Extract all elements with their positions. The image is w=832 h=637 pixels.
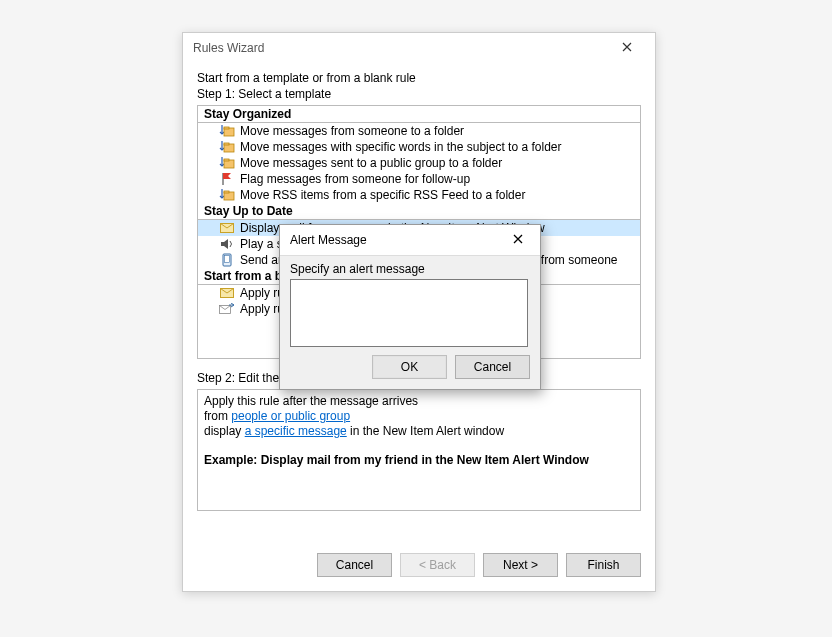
window-close-button[interactable] bbox=[607, 34, 647, 62]
ok-button[interactable]: OK bbox=[372, 355, 447, 379]
mail-icon bbox=[218, 286, 236, 300]
next-button[interactable]: Next > bbox=[483, 553, 558, 577]
back-button[interactable]: < Back bbox=[400, 553, 475, 577]
modal-close-button[interactable] bbox=[500, 227, 536, 253]
alert-message-input[interactable] bbox=[290, 279, 528, 347]
svg-rect-5 bbox=[224, 159, 229, 161]
template-item[interactable]: Move messages from someone to a folder bbox=[198, 123, 640, 139]
template-item-label: Move messages from someone to a folder bbox=[236, 124, 464, 138]
modal-button-row: OK Cancel bbox=[372, 355, 530, 379]
modal-title: Alert Message bbox=[290, 233, 500, 247]
category-stay-organized: Stay Organized bbox=[198, 106, 640, 123]
template-item[interactable]: Move messages sent to a public group to … bbox=[198, 155, 640, 171]
alert-message-dialog: Alert Message Specify an alert message O… bbox=[279, 224, 541, 390]
template-item-label: Flag messages from someone for follow-up bbox=[236, 172, 470, 186]
category-stay-up-to-date: Stay Up to Date bbox=[198, 203, 640, 220]
close-icon bbox=[513, 233, 523, 247]
mobile-device-icon bbox=[218, 253, 236, 267]
header-label: Start from a template or from a blank ru… bbox=[197, 71, 641, 85]
window-title: Rules Wizard bbox=[193, 41, 607, 55]
modal-body: Specify an alert message bbox=[280, 256, 540, 350]
step1-label: Step 1: Select a template bbox=[197, 87, 641, 101]
folder-move-icon bbox=[218, 124, 236, 138]
titlebar: Rules Wizard bbox=[183, 33, 655, 63]
cancel-button[interactable]: Cancel bbox=[317, 553, 392, 577]
desc-example: Example: Display mail from my friend in … bbox=[204, 453, 634, 468]
folder-move-icon bbox=[218, 188, 236, 202]
desc-line2: from people or public group bbox=[204, 409, 634, 424]
desc-line3: display a specific message in the New It… bbox=[204, 424, 634, 439]
flag-icon bbox=[218, 172, 236, 186]
mail-alert-icon bbox=[218, 221, 236, 235]
close-icon bbox=[622, 41, 632, 55]
modal-cancel-button[interactable]: Cancel bbox=[455, 355, 530, 379]
template-item[interactable]: Move RSS items from a specific RSS Feed … bbox=[198, 187, 640, 203]
template-item-label: Move messages sent to a public group to … bbox=[236, 156, 502, 170]
template-item[interactable]: Move messages with specific words in the… bbox=[198, 139, 640, 155]
folder-move-icon bbox=[218, 156, 236, 170]
svg-rect-3 bbox=[224, 143, 229, 145]
link-people-or-group[interactable]: people or public group bbox=[231, 409, 350, 423]
wizard-button-row: Cancel < Back Next > Finish bbox=[317, 553, 641, 577]
modal-prompt: Specify an alert message bbox=[290, 262, 530, 276]
svg-rect-7 bbox=[224, 191, 229, 193]
rule-description-panel: Apply this rule after the message arrive… bbox=[197, 389, 641, 511]
mail-send-icon bbox=[218, 302, 236, 316]
modal-titlebar: Alert Message bbox=[280, 225, 540, 256]
folder-move-icon bbox=[218, 140, 236, 154]
desc-line1: Apply this rule after the message arrive… bbox=[204, 394, 634, 409]
finish-button[interactable]: Finish bbox=[566, 553, 641, 577]
svg-rect-1 bbox=[224, 127, 229, 129]
template-item[interactable]: Flag messages from someone for follow-up bbox=[198, 171, 640, 187]
template-item-label: Move messages with specific words in the… bbox=[236, 140, 561, 154]
link-specific-message[interactable]: a specific message bbox=[245, 424, 347, 438]
template-item-label: Move RSS items from a specific RSS Feed … bbox=[236, 188, 525, 202]
speaker-icon bbox=[218, 237, 236, 251]
svg-rect-10 bbox=[225, 256, 230, 263]
